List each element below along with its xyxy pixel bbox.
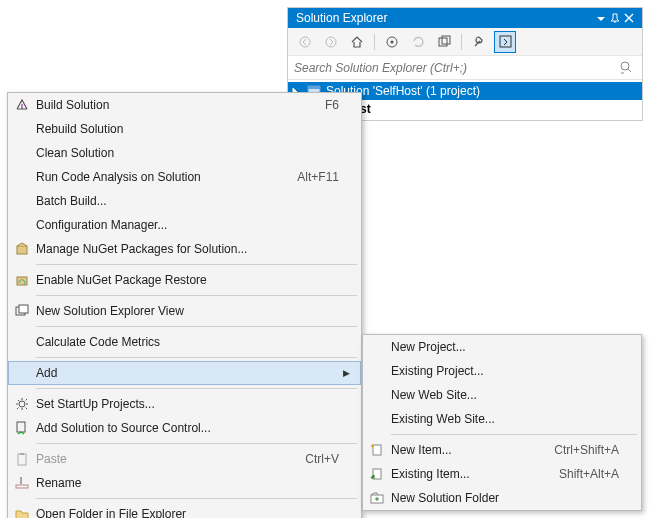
paste-icon — [8, 452, 36, 466]
svg-point-14 — [19, 401, 25, 407]
menu-item-label: Manage NuGet Packages for Solution... — [36, 242, 329, 256]
menu-item-enable-nuget-restore[interactable]: Enable NuGet Package Restore — [8, 268, 361, 292]
menu-item-label: Calculate Code Metrics — [36, 335, 329, 349]
menu-item-new-item[interactable]: New Item...Ctrl+Shift+A — [363, 438, 641, 462]
context-menu: Build SolutionF6Rebuild SolutionClean So… — [7, 92, 362, 518]
search-dropdown-icon[interactable] — [620, 61, 636, 75]
nav-back-icon[interactable] — [294, 31, 316, 53]
context-submenu-add: New Project...Existing Project...New Web… — [362, 334, 642, 511]
menu-item-new-solution-folder[interactable]: New Solution Folder — [363, 486, 641, 510]
menu-item-existing-project[interactable]: Existing Project... — [363, 359, 641, 383]
svg-rect-6 — [500, 36, 511, 47]
new-item-icon — [363, 443, 391, 457]
nuget-icon — [8, 242, 36, 256]
menu-item-label: Existing Web Site... — [391, 412, 609, 426]
menu-item-label: Batch Build... — [36, 194, 329, 208]
menu-item-add-to-source-control[interactable]: Add Solution to Source Control... — [8, 416, 361, 440]
menu-item-label: Existing Item... — [391, 467, 549, 481]
menu-item-run-code-analysis[interactable]: Run Code Analysis on SolutionAlt+F11 — [8, 165, 361, 189]
menu-separator — [36, 264, 357, 265]
menu-item-label: Set StartUp Projects... — [36, 397, 329, 411]
menu-item-build-solution[interactable]: Build SolutionF6 — [8, 93, 361, 117]
menu-item-label: Rebuild Solution — [36, 122, 329, 136]
toolbar-sep — [461, 34, 462, 50]
menu-item-label: Paste — [36, 452, 295, 466]
svg-rect-10 — [17, 246, 27, 254]
menu-item-shortcut: Alt+F11 — [287, 170, 339, 184]
menu-item-shortcut: F6 — [315, 98, 339, 112]
svg-point-3 — [391, 40, 394, 43]
menu-item-paste[interactable]: PasteCtrl+V — [8, 447, 361, 471]
close-icon[interactable] — [624, 13, 638, 23]
panel-toolbar — [288, 28, 642, 56]
menu-item-label: New Project... — [391, 340, 609, 354]
menu-item-existing-web-site[interactable]: Existing Web Site... — [363, 407, 641, 431]
menu-item-configuration-manager[interactable]: Configuration Manager... — [8, 213, 361, 237]
build-icon — [8, 98, 36, 112]
menu-item-clean-solution[interactable]: Clean Solution — [8, 141, 361, 165]
menu-item-add[interactable]: Add▶ — [8, 361, 361, 385]
menu-item-label: Open Folder in File Explorer — [36, 507, 329, 518]
collapse-all-icon[interactable] — [433, 31, 455, 53]
svg-rect-17 — [20, 453, 24, 455]
menu-item-shortcut: Shift+Alt+A — [549, 467, 619, 481]
nuget-restore-icon — [8, 273, 36, 287]
menu-separator — [36, 498, 357, 499]
menu-item-label: Clean Solution — [36, 146, 329, 160]
menu-item-new-web-site[interactable]: New Web Site... — [363, 383, 641, 407]
menu-item-label: New Solution Explorer View — [36, 304, 329, 318]
menu-item-manage-nuget[interactable]: Manage NuGet Packages for Solution... — [8, 237, 361, 261]
scope-icon[interactable] — [381, 31, 403, 53]
menu-item-label: Run Code Analysis on Solution — [36, 170, 287, 184]
svg-point-7 — [621, 62, 629, 70]
menu-item-calculate-code-metrics[interactable]: Calculate Code Metrics — [8, 330, 361, 354]
home-icon[interactable] — [346, 31, 368, 53]
properties-icon[interactable] — [468, 31, 490, 53]
menu-item-batch-build[interactable]: Batch Build... — [8, 189, 361, 213]
menu-item-rebuild-solution[interactable]: Rebuild Solution — [8, 117, 361, 141]
search-input[interactable] — [294, 61, 620, 75]
window-icon — [8, 304, 36, 318]
refresh-icon[interactable] — [407, 31, 429, 53]
svg-rect-19 — [373, 445, 381, 455]
existing-item-icon — [363, 467, 391, 481]
svg-rect-5 — [442, 36, 450, 44]
menu-item-new-solution-explorer-view[interactable]: New Solution Explorer View — [8, 299, 361, 323]
svg-rect-18 — [16, 485, 28, 488]
menu-item-existing-item[interactable]: Existing Item...Shift+Alt+A — [363, 462, 641, 486]
gear-icon — [8, 397, 36, 411]
svg-rect-4 — [439, 38, 447, 46]
menu-item-shortcut: Ctrl+V — [295, 452, 339, 466]
panel-title-bar: Solution Explorer — [288, 8, 642, 28]
svg-point-0 — [300, 37, 310, 47]
folder-open-icon — [8, 507, 36, 518]
svg-rect-13 — [19, 305, 28, 313]
panel-menu-icon[interactable] — [596, 13, 610, 23]
svg-rect-15 — [17, 422, 25, 432]
menu-separator — [36, 295, 357, 296]
menu-item-label: Enable NuGet Package Restore — [36, 273, 329, 287]
menu-item-label: Configuration Manager... — [36, 218, 329, 232]
menu-item-new-project[interactable]: New Project... — [363, 335, 641, 359]
menu-item-label: Add Solution to Source Control... — [36, 421, 329, 435]
search-row — [288, 56, 642, 80]
solution-folder-icon — [363, 491, 391, 505]
menu-item-label: New Solution Folder — [391, 491, 609, 505]
menu-item-rename[interactable]: Rename — [8, 471, 361, 495]
menu-item-open-in-file-explorer[interactable]: Open Folder in File Explorer — [8, 502, 361, 518]
toolbar-sep — [374, 34, 375, 50]
menu-item-set-startup-projects[interactable]: Set StartUp Projects... — [8, 392, 361, 416]
menu-item-label: New Item... — [391, 443, 544, 457]
menu-item-label: Rename — [36, 476, 329, 490]
menu-item-label: New Web Site... — [391, 388, 609, 402]
pin-icon[interactable] — [610, 13, 624, 23]
menu-separator — [36, 443, 357, 444]
source-control-icon — [8, 421, 36, 435]
nav-forward-icon[interactable] — [320, 31, 342, 53]
menu-item-label: Build Solution — [36, 98, 315, 112]
panel-title: Solution Explorer — [296, 11, 387, 25]
menu-item-shortcut: Ctrl+Shift+A — [544, 443, 619, 457]
svg-point-1 — [326, 37, 336, 47]
preview-icon[interactable] — [494, 31, 516, 53]
rename-icon — [8, 476, 36, 490]
